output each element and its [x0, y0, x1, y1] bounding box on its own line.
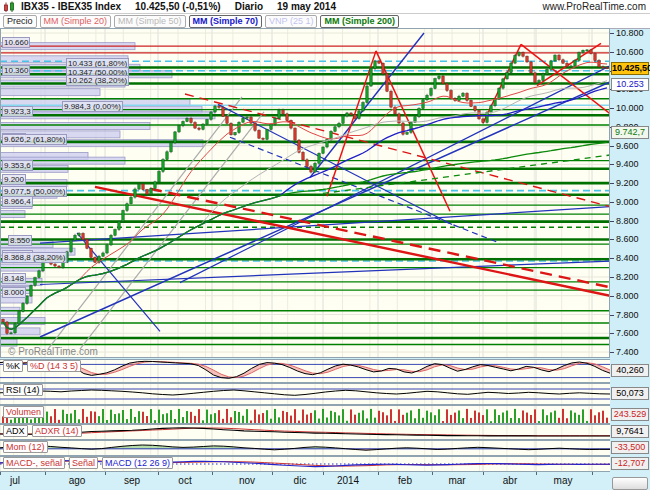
indicator-chip-mm-simple-200-[interactable]: MM (Simple 200) — [320, 15, 399, 28]
right-axis-tick: 7.800 — [616, 310, 650, 320]
axis-tick-mark — [610, 315, 614, 316]
current-price-badge: 10.425,50 — [611, 62, 649, 75]
right-axis-tick: 10.600 — [616, 47, 650, 57]
right-axis-tick: 8.800 — [616, 216, 650, 226]
x-axis: julagosepoctnovdic2014febmarabrmay — [0, 471, 650, 490]
right-axis-tick: 8.200 — [616, 272, 650, 282]
indicator-chip-mm-simple-70-[interactable]: MM (Simple 70) — [189, 15, 263, 28]
x-axis-label-2014: 2014 — [337, 475, 359, 486]
panel-chip-adx-1[interactable]: ADXR (14) — [32, 425, 82, 437]
price-level-label: 9.984,3 (0,00%) — [62, 101, 123, 112]
panel-value-adx: 9,7641 — [611, 425, 649, 438]
corner-button[interactable] — [612, 477, 648, 490]
price-level-label: 9.077,5 (50,00%) — [2, 186, 67, 197]
axis-tick-mark — [610, 108, 614, 109]
right-axis-tick: 9.000 — [616, 197, 650, 207]
panel-chip-stoch-1[interactable]: %D (14 3 5) — [27, 360, 81, 372]
panel-chip-rsi-0[interactable]: RSI (14) — [3, 384, 43, 396]
indicator-chip-precio[interactable]: Precio — [3, 15, 37, 28]
x-axis-label-nov: nov — [239, 475, 255, 486]
panel-chip-adx-0[interactable]: ADX — [3, 425, 28, 437]
axis-tick-mark — [610, 183, 614, 184]
panel-chip-stoch-0[interactable]: %K — [3, 360, 23, 372]
prorealtime-chart-window: IBX35 - IBEX35 Index 10.425,50 (-0,51%) … — [0, 0, 650, 490]
panel-vol[interactable] — [0, 405, 610, 424]
mm200-value-badge: 9.742,7 — [611, 126, 649, 139]
axis-tick-mark — [610, 146, 614, 147]
right-axis-tick: 8.600 — [616, 234, 650, 244]
indicator-chip-mm-simple-20-[interactable]: MM (Simple 20) — [40, 15, 112, 28]
x-axis-label-jul: jul — [10, 475, 20, 486]
axis-tick-mark — [610, 239, 614, 240]
axis-tick-mark — [610, 333, 614, 334]
price-level-label: 10.262 (38,20%) — [66, 75, 129, 86]
instrument-title: IBX35 - IBEX35 Index — [21, 1, 121, 12]
axis-tick-mark — [610, 296, 614, 297]
axis-tick-mark — [610, 352, 614, 353]
indicator-chip-bar: PrecioMM (Simple 20)MM (Simple 50)MM (Si… — [0, 14, 650, 29]
indicator-chip-vnp-25-1-[interactable]: VNP (25 1) — [265, 15, 317, 28]
panel-chip-mom-0[interactable]: Mom (12) — [3, 441, 48, 453]
price-level-label: 10.360 — [2, 65, 30, 76]
right-axis-tick: 7.600 — [616, 328, 650, 338]
axis-tick-mark — [610, 202, 614, 203]
panel-chip-macd-1[interactable]: Señal — [69, 457, 98, 469]
panel-value-rsi: 50,073 — [611, 387, 649, 400]
price-level-label: 8.550 — [8, 235, 32, 246]
indicator-chip-mm-simple-50-[interactable]: MM (Simple 50) — [114, 15, 186, 28]
right-axis-tick: 7.400 — [616, 347, 650, 357]
price-level-label: 8.000 — [2, 287, 26, 298]
axis-tick-mark — [610, 33, 614, 34]
panel-stoch[interactable] — [0, 359, 610, 383]
right-axis-tick: 8.400 — [616, 253, 650, 263]
axis-tick-mark — [610, 52, 614, 53]
mm70-value-badge: 10.253 — [611, 78, 649, 91]
x-axis-label-abr: abr — [503, 475, 517, 486]
panel-value-macd: -12,707 — [611, 457, 649, 470]
panel-chip-macd-2[interactable]: MACD (12 26 9) — [102, 457, 173, 469]
x-axis-label-oct: oct — [178, 475, 191, 486]
price-level-label: 8.148 — [2, 273, 26, 284]
candlestick-icon — [3, 1, 16, 13]
panel-value-vol: 243.529 — [611, 408, 649, 421]
right-axis-tick: 9.600 — [616, 141, 650, 151]
right-axis-tick: 8.000 — [616, 291, 650, 301]
panel-value-mom: -33,500 — [611, 441, 649, 454]
right-axis-tick: 10.000 — [616, 103, 650, 113]
axis-tick-mark — [610, 258, 614, 259]
x-axis-label-ago: ago — [69, 475, 86, 486]
right-axis-tick: 9.200 — [616, 178, 650, 188]
panel-value-stoch: 40,260 — [611, 364, 649, 377]
right-axis-tick: 10.800 — [616, 28, 650, 38]
price-level-label: 9.353,6 — [2, 160, 33, 171]
x-axis-label-dic: dic — [294, 475, 307, 486]
price-level-label: 9.626,2 (61,80%) — [2, 134, 67, 145]
price-level-label: 9.923,3 — [2, 106, 33, 117]
price-level-label: 8.368,8 (38,20%) — [2, 252, 67, 263]
right-axis-tick: 9.400 — [616, 159, 650, 169]
title-bar: IBX35 - IBEX35 Index 10.425,50 (-0,51%) … — [0, 0, 650, 14]
last-price-change: 10.425,50 (-0,51%) — [135, 1, 221, 12]
x-axis-label-feb: feb — [398, 475, 412, 486]
panel-adx[interactable] — [0, 424, 610, 440]
axis-tick-mark — [610, 164, 614, 165]
price-level-label: 9.200 — [2, 174, 26, 185]
panel-mom[interactable] — [0, 440, 610, 456]
timeframe-label: Diario — [235, 1, 263, 12]
x-axis-label-sep: sep — [124, 475, 140, 486]
panel-chip-vol-0[interactable]: Volumen — [3, 406, 44, 418]
date-label: 19 may 2014 — [277, 1, 336, 12]
watermark: © ProRealTime.com — [8, 346, 98, 357]
x-axis-label-mar: mar — [448, 475, 465, 486]
panel-rsi[interactable] — [0, 383, 610, 405]
panel-chip-macd-0[interactable]: MACD-, señal — [3, 457, 65, 469]
x-axis-label-may: may — [554, 475, 573, 486]
axis-tick-mark — [610, 277, 614, 278]
axis-tick-mark — [610, 221, 614, 222]
price-level-label: 10.660 — [2, 37, 30, 48]
price-level-label: 8.966,4 — [2, 196, 33, 207]
website-link[interactable]: www.ProRealTime.com — [542, 1, 646, 12]
